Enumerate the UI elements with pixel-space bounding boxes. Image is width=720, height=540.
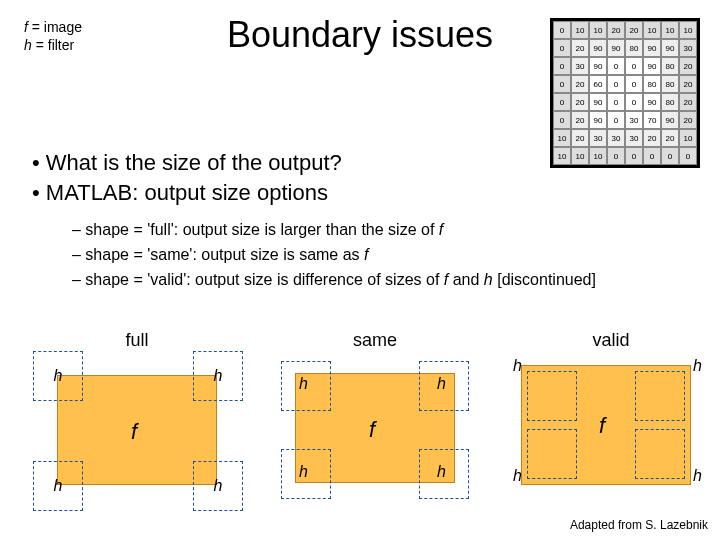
grid-cell: 0	[553, 111, 571, 129]
grid-cell: 0	[607, 147, 625, 165]
h-label-same-tl: h	[299, 375, 308, 393]
grid-cell: 10	[679, 21, 697, 39]
h-box-full-br: h	[193, 461, 243, 511]
panel-valid: valid f h h h h	[496, 330, 720, 510]
grid-cell: 0	[661, 147, 679, 165]
grid-cell: 10	[553, 129, 571, 147]
grid-cell: 90	[589, 111, 607, 129]
grid-cell: 90	[661, 39, 679, 57]
credit-text: Adapted from S. Lazebnik	[570, 518, 708, 532]
grid-cell: 0	[607, 57, 625, 75]
grid-cell: 30	[589, 129, 607, 147]
sub-3: – shape = 'valid': output size is differ…	[72, 268, 596, 293]
h-box-full-bl: h	[33, 461, 83, 511]
grid-cell: 0	[553, 21, 571, 39]
grid-cell: 0	[553, 75, 571, 93]
grid-cell: 20	[571, 39, 589, 57]
grid-cell: 0	[625, 57, 643, 75]
grid-cell: 20	[571, 75, 589, 93]
grid-cell: 60	[589, 75, 607, 93]
grid-cell: 10	[553, 147, 571, 165]
h-box-full-tr: h	[193, 351, 243, 401]
grid-cell: 0	[553, 57, 571, 75]
grid-cell: 30	[625, 111, 643, 129]
grid-cell: 90	[643, 57, 661, 75]
grid-cell: 20	[679, 111, 697, 129]
grid-cell: 80	[625, 39, 643, 57]
image-pixel-grid: 0101020201010100209090809090300309000908…	[550, 18, 700, 168]
grid-cell: 0	[553, 93, 571, 111]
h-label-valid-br: h	[693, 467, 702, 485]
grid-cell: 80	[643, 75, 661, 93]
grid-cell: 90	[589, 93, 607, 111]
panel-valid-canvas: f h h h h	[501, 355, 720, 505]
h-box-valid-tl	[527, 371, 577, 421]
sub-1: – shape = 'full': output size is larger …	[72, 218, 596, 243]
grid-cell: 0	[607, 93, 625, 111]
h-label-valid-tl: h	[513, 357, 522, 375]
grid-cell: 90	[643, 93, 661, 111]
grid-cell: 30	[625, 129, 643, 147]
grid-cell: 90	[643, 39, 661, 57]
grid-cell: 20	[661, 129, 679, 147]
bullet-2-text: MATLAB: output size options	[46, 180, 328, 205]
grid-cell: 20	[643, 129, 661, 147]
h-box-valid-bl	[527, 429, 577, 479]
panel-valid-title: valid	[496, 330, 720, 351]
grid-cell: 10	[661, 21, 679, 39]
grid-cell: 90	[607, 39, 625, 57]
bullet-2: • MATLAB: output size options	[32, 180, 342, 206]
grid-cell: 0	[625, 93, 643, 111]
grid-cell: 10	[571, 21, 589, 39]
f-label-same: f	[369, 417, 375, 443]
grid-cell: 20	[571, 93, 589, 111]
panel-full-title: full	[22, 330, 252, 351]
main-bullets: • What is the size of the output? • MATL…	[32, 150, 342, 210]
h-label-same-br: h	[437, 463, 446, 481]
grid-cell: 20	[607, 21, 625, 39]
grid-cell: 90	[589, 57, 607, 75]
grid-cell: 90	[589, 39, 607, 57]
f-label-full: f	[131, 419, 137, 445]
bullet-1-text: What is the size of the output?	[46, 150, 342, 175]
grid-cell: 0	[679, 147, 697, 165]
sub-3a: shape = 'valid': output size is differen…	[85, 271, 443, 288]
panel-same: same f h h h h	[260, 330, 490, 510]
panel-full: full f h h h h	[22, 330, 252, 510]
h-label-valid-bl: h	[513, 467, 522, 485]
sub-3d: h	[484, 271, 493, 288]
grid-cell: 70	[643, 111, 661, 129]
grid-cell: 20	[625, 21, 643, 39]
h-box-valid-tr	[635, 371, 685, 421]
grid-cell: 30	[607, 129, 625, 147]
bullet-1: • What is the size of the output?	[32, 150, 342, 176]
grid-cell: 0	[607, 75, 625, 93]
sub-3c: and	[448, 271, 484, 288]
grid-cell: 20	[679, 75, 697, 93]
h-label-same-tr: h	[437, 375, 446, 393]
h-label-same-bl: h	[299, 463, 308, 481]
grid-cell: 30	[571, 57, 589, 75]
grid-cell: 80	[661, 75, 679, 93]
grid-cell: 90	[661, 111, 679, 129]
grid-cell: 0	[625, 75, 643, 93]
f-label-valid: f	[599, 413, 605, 439]
grid-cell: 0	[553, 39, 571, 57]
sub-2: – shape = 'same': output size is same as…	[72, 243, 596, 268]
grid-cell: 0	[643, 147, 661, 165]
sub-3e: [discontinued]	[493, 271, 596, 288]
panel-same-title: same	[260, 330, 490, 351]
grid-cell: 20	[679, 57, 697, 75]
grid-cell: 20	[571, 129, 589, 147]
panel-full-canvas: f h h h h	[27, 355, 247, 505]
grid-cell: 20	[679, 93, 697, 111]
sub-1a: shape = 'full': output size is larger th…	[85, 221, 438, 238]
grid-cell: 10	[643, 21, 661, 39]
sub-2b: f	[364, 246, 368, 263]
diagram-row: full f h h h h same f h h h h valid f	[0, 330, 720, 510]
sub-2a: shape = 'same': output size is same as	[85, 246, 364, 263]
grid-cell: 80	[661, 93, 679, 111]
panel-same-canvas: f h h h h	[265, 355, 485, 505]
grid-cell: 10	[589, 21, 607, 39]
grid-cell: 0	[607, 111, 625, 129]
